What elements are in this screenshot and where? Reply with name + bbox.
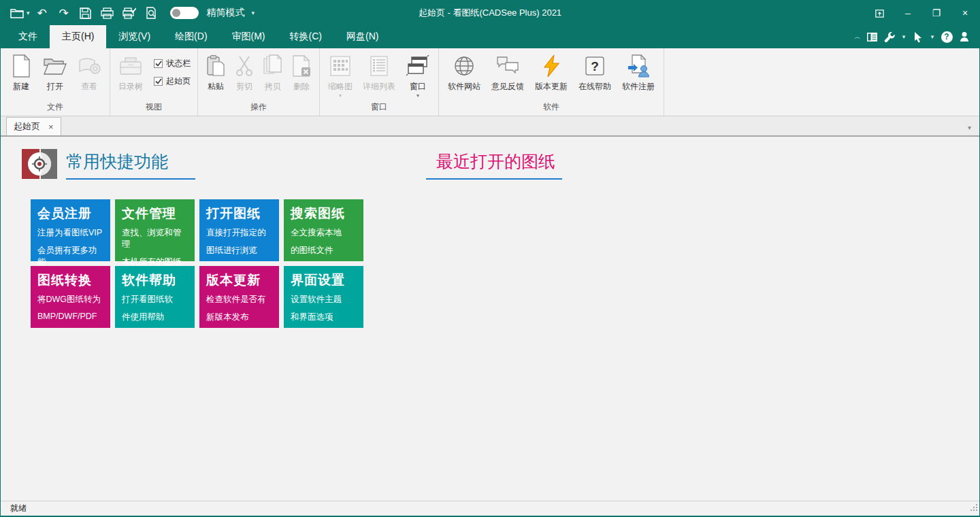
menu-tab-cloud[interactable]: 网盘(N) <box>334 25 391 48</box>
window-controls: – ❐ × <box>865 3 979 23</box>
view-button: 查看 <box>73 51 105 93</box>
register-user-icon <box>627 53 650 79</box>
copy-button: 拷贝 <box>259 51 287 93</box>
start-page-content: 常用快捷功能 最近打开的图纸 会员注册 注册为看图纸VIP 会员拥有更多功能 文… <box>1 137 979 501</box>
window-button[interactable]: 窗口 ▾ <box>402 51 434 99</box>
menu-tab-draw[interactable]: 绘图(D) <box>163 25 219 48</box>
status-bar: 就绪 <box>1 501 979 516</box>
menu-bar: 文件 主页(H) 浏览(V) 绘图(D) 审图(M) 转换(C) 网盘(N) ︿ <box>1 25 979 48</box>
tile-member-register[interactable]: 会员注册 注册为看图纸VIP 会员拥有更多功能 <box>31 199 110 261</box>
minimize-button[interactable]: – <box>894 3 922 23</box>
version-update-button[interactable]: 版本更新 <box>530 51 572 93</box>
software-register-button[interactable]: 软件注册 <box>617 51 659 93</box>
menu-tab-file[interactable]: 文件 <box>6 25 50 48</box>
checkbox-checked-icon <box>154 77 163 86</box>
resize-grip[interactable] <box>969 502 978 514</box>
cut-button: 剪切 <box>231 51 258 93</box>
svg-text:?: ? <box>591 59 599 73</box>
tab-close-icon[interactable]: × <box>48 122 54 132</box>
title-bar: ▾ ↶ ↷ <box>1 1 979 25</box>
new-button[interactable]: 新建 <box>5 51 37 93</box>
ribbon-group-label: 软件 <box>443 100 659 116</box>
lightning-icon <box>542 53 560 79</box>
tile-file-manage[interactable]: 文件管理 查找、浏览和管理 本机所有的图纸 <box>115 199 195 261</box>
window-dropdown-chevron[interactable]: ▾ <box>416 93 419 99</box>
tools-dropdown-chevron[interactable]: ▾ <box>899 29 909 45</box>
ribbon-group-label: 视图 <box>114 100 193 116</box>
document-tab-bar: 起始页 × ▾ <box>1 116 979 137</box>
mode-options-chevron[interactable]: ▾ <box>252 10 255 16</box>
ribbon-group-label: 文件 <box>5 100 105 116</box>
detail-list-icon <box>370 53 389 79</box>
collapse-ribbon-icon[interactable]: ︿ <box>853 29 862 45</box>
menu-tab-review[interactable]: 审图(M) <box>220 25 278 48</box>
maximize-button[interactable]: ❐ <box>922 3 951 23</box>
directory-tree-button: 目录树 <box>114 51 147 93</box>
print-setup-button[interactable] <box>120 4 139 22</box>
thumbnail-grid-icon <box>329 53 351 79</box>
menu-tab-browse[interactable]: 浏览(V) <box>106 25 163 48</box>
app-window: ▾ ↶ ↷ <box>0 0 980 517</box>
cursor-dropdown-chevron[interactable]: ▾ <box>928 29 937 45</box>
panel-layout-icon[interactable] <box>864 29 880 45</box>
ribbon: 新建 打开 <box>1 48 979 116</box>
tile-search-drawing[interactable]: 搜索图纸 全文搜索本地 的图纸文件 <box>284 199 363 261</box>
printer-icon <box>101 7 114 19</box>
copy-pages-icon <box>263 53 283 79</box>
folder-open-icon <box>10 7 24 18</box>
chat-bubbles-icon <box>496 53 519 79</box>
startpage-checkbox[interactable]: 起始页 <box>154 76 191 87</box>
tab-list-chevron[interactable]: ▾ <box>968 124 971 131</box>
tab-start-page[interactable]: 起始页 × <box>6 117 61 135</box>
shortcut-tiles: 会员注册 注册为看图纸VIP 会员拥有更多功能 文件管理 查找、浏览和管理 本机… <box>31 199 363 328</box>
help-icon[interactable]: ? <box>938 29 955 45</box>
globe-icon <box>453 53 475 79</box>
cursor-icon[interactable] <box>910 29 926 45</box>
tile-drawing-convert[interactable]: 图纸转换 将DWG图纸转为 BMP/DWF/PDF <box>31 266 110 328</box>
app-logo <box>20 146 59 185</box>
ribbon-group-file: 新建 打开 <box>1 48 110 116</box>
open-file-dropdown-chevron[interactable]: ▾ <box>27 10 30 16</box>
checkbox-checked-icon <box>154 59 163 68</box>
cascade-windows-icon <box>406 53 429 79</box>
menu-tab-convert[interactable]: 转换(C) <box>278 25 334 48</box>
statusbar-checkbox[interactable]: 状态栏 <box>154 58 191 69</box>
ribbon-group-edit: 粘贴 剪切 <box>198 48 320 116</box>
print-preview-button[interactable] <box>142 4 161 22</box>
ribbon-group-label: 窗口 <box>324 100 434 116</box>
simple-mode-label: 精简模式 <box>207 7 245 19</box>
undo-button[interactable]: ↶ <box>33 4 52 22</box>
paste-button: 粘贴 <box>202 51 229 93</box>
print-button[interactable] <box>98 4 117 22</box>
software-website-button[interactable]: 软件网站 <box>443 51 485 93</box>
tab-label: 起始页 <box>14 120 40 133</box>
save-button[interactable] <box>76 4 95 22</box>
redo-button[interactable]: ↷ <box>54 4 74 22</box>
open-button[interactable]: 打开 <box>39 51 71 93</box>
feedback-button[interactable]: 意见反馈 <box>487 51 529 93</box>
box-up-arrow-icon <box>875 8 885 18</box>
tile-version-update[interactable]: 版本更新 检查软件是否有 新版本发布 <box>199 266 279 328</box>
section-underline <box>66 178 195 180</box>
tile-software-help[interactable]: 软件帮助 打开看图纸软 件使用帮助 <box>115 266 195 328</box>
menu-right-icons: ︿ ▾ ▾ ? <box>853 25 979 48</box>
close-button[interactable]: × <box>951 3 979 23</box>
thumbnails-dropdown-chevron: ▾ <box>339 93 342 99</box>
new-document-icon <box>11 53 31 79</box>
tile-ui-settings[interactable]: 界面设置 设置软件主题 和界面选项 <box>284 266 363 328</box>
simple-mode-toggle[interactable] <box>170 7 199 19</box>
user-account-icon[interactable] <box>956 29 973 45</box>
tools-wrench-icon[interactable] <box>881 29 898 45</box>
toggle-knob <box>172 9 180 17</box>
online-help-button[interactable]: ? 在线帮助 <box>574 51 616 93</box>
section-title-shortcuts: 常用快捷功能 <box>66 150 168 173</box>
tile-open-drawing[interactable]: 打开图纸 直接打开指定的 图纸进行浏览 <box>199 199 279 261</box>
question-box-icon: ? <box>584 53 606 79</box>
menu-tab-home[interactable]: 主页(H) <box>50 25 106 48</box>
ribbon-group-view: 目录树 状态栏 起始页 <box>110 48 198 116</box>
ribbon-group-window: 缩略图 ▾ <box>320 48 439 116</box>
ribbon-display-button[interactable] <box>865 3 894 23</box>
open-file-button[interactable] <box>7 4 27 22</box>
page-magnifier-icon <box>146 7 157 19</box>
save-icon <box>80 7 91 19</box>
